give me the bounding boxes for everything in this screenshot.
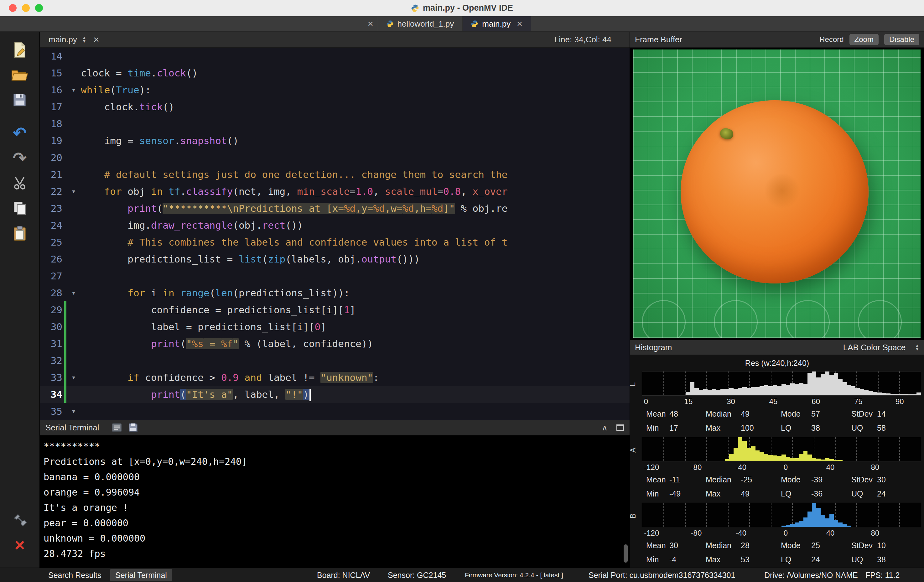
fold-marker-icon[interactable] — [66, 217, 81, 234]
close-tab-icon[interactable]: × — [363, 16, 378, 31]
code-line[interactable]: 20 — [40, 149, 630, 166]
code-line[interactable]: 30 label = predictions_list[i][0] — [40, 318, 630, 335]
code-line[interactable]: 17 clock.tick() — [40, 98, 630, 115]
code-line[interactable]: 29 confidence = predictions_list[i][1] — [40, 301, 630, 318]
fold-marker-icon[interactable] — [66, 48, 81, 64]
fold-marker-icon[interactable] — [66, 132, 81, 149]
terminal-options-icon[interactable] — [112, 423, 122, 432]
camera-image-orange-on-mat — [633, 49, 921, 338]
open-file-button[interactable] — [10, 65, 30, 85]
copy-button[interactable] — [10, 198, 30, 218]
code-line[interactable]: 32 — [40, 352, 630, 369]
fold-marker-icon[interactable] — [66, 301, 81, 318]
code-line[interactable]: 33▾ if confidence > 0.9 and label != "un… — [40, 369, 630, 386]
paste-button[interactable] — [10, 223, 30, 243]
code-line[interactable]: 23 print("**********\nPredictions at [x=… — [40, 200, 630, 217]
status-sensor: Sensor: GC2145 — [388, 570, 446, 579]
fold-marker-icon[interactable] — [66, 166, 81, 183]
code-text: if confidence > 0.9 and label != "unknow… — [81, 369, 630, 386]
fold-marker-icon[interactable] — [66, 251, 81, 267]
fold-marker-icon[interactable]: ▾ — [66, 403, 81, 420]
line-number: 19 — [40, 132, 62, 149]
fold-marker-icon[interactable]: ▾ — [66, 183, 81, 200]
python-file-icon — [471, 20, 478, 28]
code-line[interactable]: 27 — [40, 267, 630, 284]
code-text: print("**********\nPredictions at [x=%d,… — [81, 200, 630, 217]
color-space-arrows-icon[interactable]: ▲▼ — [915, 344, 919, 351]
histogram-channels: L0153045607590Mean48Median49Mode57StDev1… — [630, 371, 924, 569]
terminal-line: pear = 0.000000 — [43, 515, 630, 531]
fold-marker-icon[interactable] — [66, 98, 81, 115]
mat-circle — [786, 300, 830, 338]
code-line[interactable]: 25 # This combines the labels and confid… — [40, 234, 630, 251]
left-toolbar: ↶ ↶ × — [0, 31, 40, 567]
stop-button[interactable]: × — [10, 535, 30, 555]
code-line[interactable]: 31 print("%s = %f" % (label, confidence)… — [40, 335, 630, 352]
redo-button[interactable]: ↶ — [10, 148, 30, 168]
frame-buffer-view[interactable] — [630, 48, 924, 340]
fold-marker-icon[interactable] — [66, 200, 81, 217]
fold-marker-icon[interactable]: ▾ — [66, 81, 81, 98]
fold-marker-icon[interactable]: ▾ — [66, 369, 81, 386]
fold-marker-icon[interactable] — [66, 318, 81, 335]
histogram-axis: -120-80-4004080 — [642, 527, 921, 539]
code-line[interactable]: 21 # default settings just do one detect… — [40, 166, 630, 183]
change-indicator — [64, 267, 66, 284]
cut-button[interactable] — [10, 173, 30, 193]
open-file-dropdown[interactable]: main.py — [49, 35, 77, 45]
change-indicator — [64, 81, 66, 98]
terminal-scrollbar[interactable] — [624, 544, 628, 562]
fold-marker-icon[interactable] — [66, 149, 81, 166]
fold-marker-icon[interactable]: ▾ — [66, 284, 81, 301]
fold-marker-icon[interactable] — [66, 335, 81, 352]
file-dropdown-arrows-icon[interactable]: ▲▼ — [82, 36, 86, 43]
zoom-button[interactable]: Zoom — [850, 34, 879, 45]
record-button[interactable]: Record — [819, 35, 843, 44]
code-line[interactable]: 14 — [40, 48, 630, 64]
float-panel-icon[interactable] — [616, 424, 624, 431]
line-number: 26 — [40, 251, 62, 267]
undo-button[interactable]: ↶ — [10, 123, 30, 143]
zoom-window-button[interactable] — [35, 4, 43, 12]
fold-marker-icon[interactable] — [66, 267, 81, 284]
code-line[interactable]: 26 predictions_list = list(zip(labels, o… — [40, 251, 630, 267]
fold-marker-icon[interactable] — [66, 352, 81, 369]
serial-terminal-output[interactable]: **********Predictions at [x=0,y=0,w=240,… — [40, 435, 630, 567]
tab-serial-terminal[interactable]: Serial Terminal — [110, 569, 172, 581]
code-line[interactable]: 24 img.draw_rectangle(obj.rect()) — [40, 217, 630, 234]
close-tab-icon[interactable]: × — [517, 18, 523, 29]
color-space-select[interactable]: LAB Color Space — [843, 343, 906, 353]
fold-marker-icon[interactable] — [66, 64, 81, 81]
connect-button[interactable] — [10, 510, 30, 530]
change-indicator — [64, 284, 66, 301]
code-line[interactable]: 34 print("It's a", label, "!") — [40, 386, 630, 403]
tab-helloworld[interactable]: helloworld_1.py — [378, 16, 463, 31]
terminal-line: orange = 0.996094 — [43, 485, 630, 500]
terminal-output: **********Predictions at [x=0,y=0,w=240,… — [43, 439, 630, 561]
code-line[interactable]: 22▾ for obj in tf.classify(net, img, min… — [40, 183, 630, 200]
close-window-button[interactable] — [9, 4, 16, 12]
code-line[interactable]: 15clock = time.clock() — [40, 64, 630, 81]
code-line[interactable]: 16▾while(True): — [40, 81, 630, 98]
code-line[interactable]: 19 img = sensor.snapshot() — [40, 132, 630, 149]
tab-search-results[interactable]: Search Results — [48, 570, 101, 579]
terminal-line: ********** — [43, 439, 630, 454]
save-log-icon[interactable] — [129, 423, 138, 432]
code-line[interactable]: 28▾ for i in range(len(predictions_list)… — [40, 284, 630, 301]
code-line[interactable]: 18 — [40, 115, 630, 132]
channel-label: A — [629, 448, 637, 453]
histogram-stats: Min-4Max53LQ24UQ38 — [642, 552, 921, 567]
save-file-button[interactable] — [10, 90, 30, 110]
fold-marker-icon[interactable] — [66, 386, 81, 403]
new-file-button[interactable] — [10, 40, 30, 60]
code-editor[interactable]: 1415clock = time.clock()16▾while(True):1… — [40, 48, 630, 420]
disable-button[interactable]: Disable — [884, 34, 919, 45]
collapse-panel-icon[interactable]: ∧ — [602, 423, 608, 433]
tab-main[interactable]: main.py × — [462, 16, 531, 31]
fold-marker-icon[interactable] — [66, 234, 81, 251]
histogram-stats: Min-49Max49LQ-36UQ24 — [642, 487, 921, 501]
close-editor-icon[interactable]: × — [93, 34, 99, 45]
code-line[interactable]: 35▾ — [40, 403, 630, 420]
minimize-window-button[interactable] — [22, 4, 30, 12]
fold-marker-icon[interactable] — [66, 115, 81, 132]
